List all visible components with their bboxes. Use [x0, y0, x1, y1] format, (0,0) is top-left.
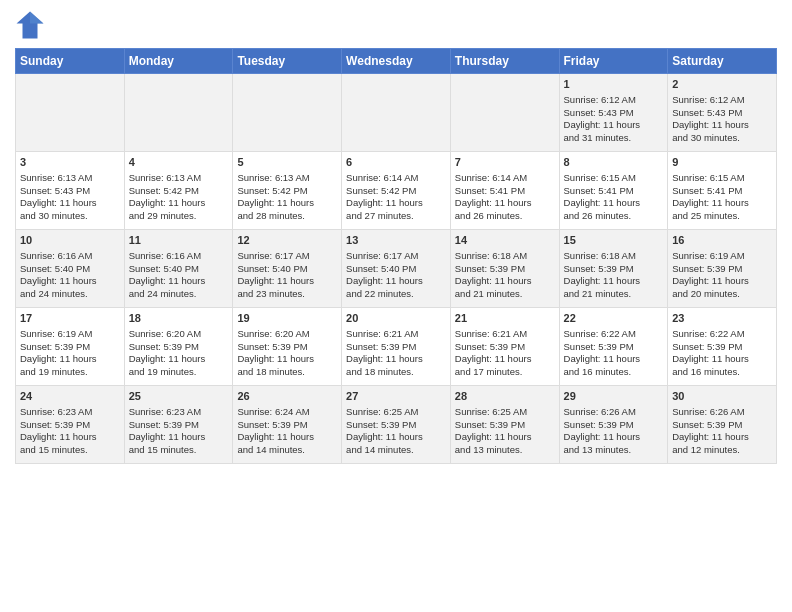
sun-info: Sunset: 5:41 PM	[564, 185, 634, 196]
calendar-cell: 15Sunrise: 6:18 AMSunset: 5:39 PMDayligh…	[559, 230, 668, 308]
daylight-minutes-label: and 17 minutes.	[455, 366, 523, 377]
daylight-hours-label: Daylight: 11 hours	[129, 275, 206, 286]
daylight-hours-label: Daylight: 11 hours	[455, 197, 532, 208]
calendar-cell	[450, 74, 559, 152]
calendar-cell: 18Sunrise: 6:20 AMSunset: 5:39 PMDayligh…	[124, 308, 233, 386]
daylight-hours-label: Daylight: 11 hours	[237, 431, 314, 442]
sun-info: Sunrise: 6:13 AM	[20, 172, 92, 183]
day-number: 25	[129, 389, 229, 404]
calendar-cell: 22Sunrise: 6:22 AMSunset: 5:39 PMDayligh…	[559, 308, 668, 386]
daylight-hours-label: Daylight: 11 hours	[237, 275, 314, 286]
sun-info: Sunrise: 6:26 AM	[564, 406, 636, 417]
sun-info: Sunrise: 6:16 AM	[20, 250, 92, 261]
day-number: 17	[20, 311, 120, 326]
svg-marker-1	[30, 12, 44, 24]
sun-info: Sunrise: 6:14 AM	[455, 172, 527, 183]
day-number: 30	[672, 389, 772, 404]
day-number: 16	[672, 233, 772, 248]
daylight-minutes-label: and 26 minutes.	[564, 210, 632, 221]
daylight-hours-label: Daylight: 11 hours	[564, 197, 641, 208]
sun-info: Sunset: 5:39 PM	[672, 263, 742, 274]
sun-info: Sunset: 5:40 PM	[237, 263, 307, 274]
calendar-cell: 23Sunrise: 6:22 AMSunset: 5:39 PMDayligh…	[668, 308, 777, 386]
sun-info: Sunset: 5:43 PM	[672, 107, 742, 118]
calendar-cell: 20Sunrise: 6:21 AMSunset: 5:39 PMDayligh…	[342, 308, 451, 386]
week-row-4: 17Sunrise: 6:19 AMSunset: 5:39 PMDayligh…	[16, 308, 777, 386]
day-number: 2	[672, 77, 772, 92]
sun-info: Sunrise: 6:23 AM	[20, 406, 92, 417]
calendar-cell: 16Sunrise: 6:19 AMSunset: 5:39 PMDayligh…	[668, 230, 777, 308]
daylight-minutes-label: and 21 minutes.	[564, 288, 632, 299]
sun-info: Sunset: 5:39 PM	[455, 419, 525, 430]
sun-info: Sunrise: 6:17 AM	[237, 250, 309, 261]
header-cell-friday: Friday	[559, 49, 668, 74]
calendar-cell: 28Sunrise: 6:25 AMSunset: 5:39 PMDayligh…	[450, 386, 559, 464]
day-number: 11	[129, 233, 229, 248]
sun-info: Sunrise: 6:24 AM	[237, 406, 309, 417]
sun-info: Sunset: 5:39 PM	[564, 419, 634, 430]
sun-info: Sunset: 5:39 PM	[346, 341, 416, 352]
day-number: 6	[346, 155, 446, 170]
header-row: SundayMondayTuesdayWednesdayThursdayFrid…	[16, 49, 777, 74]
sun-info: Sunset: 5:39 PM	[20, 419, 90, 430]
sun-info: Sunrise: 6:13 AM	[237, 172, 309, 183]
sun-info: Sunrise: 6:22 AM	[672, 328, 744, 339]
daylight-minutes-label: and 30 minutes.	[20, 210, 88, 221]
calendar-cell	[233, 74, 342, 152]
daylight-hours-label: Daylight: 11 hours	[237, 353, 314, 364]
sun-info: Sunrise: 6:19 AM	[20, 328, 92, 339]
daylight-hours-label: Daylight: 11 hours	[20, 353, 97, 364]
header-cell-saturday: Saturday	[668, 49, 777, 74]
calendar-cell: 1Sunrise: 6:12 AMSunset: 5:43 PMDaylight…	[559, 74, 668, 152]
sun-info: Sunset: 5:39 PM	[129, 341, 199, 352]
daylight-minutes-label: and 13 minutes.	[564, 444, 632, 455]
sun-info: Sunrise: 6:12 AM	[672, 94, 744, 105]
daylight-minutes-label: and 15 minutes.	[20, 444, 88, 455]
daylight-minutes-label: and 14 minutes.	[346, 444, 414, 455]
calendar-cell: 5Sunrise: 6:13 AMSunset: 5:42 PMDaylight…	[233, 152, 342, 230]
week-row-3: 10Sunrise: 6:16 AMSunset: 5:40 PMDayligh…	[16, 230, 777, 308]
calendar-table: SundayMondayTuesdayWednesdayThursdayFrid…	[15, 48, 777, 464]
sun-info: Sunset: 5:39 PM	[672, 419, 742, 430]
day-number: 3	[20, 155, 120, 170]
calendar-cell	[342, 74, 451, 152]
sun-info: Sunset: 5:41 PM	[455, 185, 525, 196]
sun-info: Sunrise: 6:18 AM	[455, 250, 527, 261]
calendar-header: SundayMondayTuesdayWednesdayThursdayFrid…	[16, 49, 777, 74]
daylight-hours-label: Daylight: 11 hours	[129, 353, 206, 364]
sun-info: Sunset: 5:39 PM	[20, 341, 90, 352]
week-row-5: 24Sunrise: 6:23 AMSunset: 5:39 PMDayligh…	[16, 386, 777, 464]
day-number: 14	[455, 233, 555, 248]
day-number: 26	[237, 389, 337, 404]
daylight-hours-label: Daylight: 11 hours	[346, 197, 423, 208]
calendar-cell: 27Sunrise: 6:25 AMSunset: 5:39 PMDayligh…	[342, 386, 451, 464]
day-number: 18	[129, 311, 229, 326]
day-number: 19	[237, 311, 337, 326]
sun-info: Sunset: 5:39 PM	[237, 341, 307, 352]
daylight-minutes-label: and 19 minutes.	[20, 366, 88, 377]
calendar-cell: 29Sunrise: 6:26 AMSunset: 5:39 PMDayligh…	[559, 386, 668, 464]
header-cell-thursday: Thursday	[450, 49, 559, 74]
day-number: 15	[564, 233, 664, 248]
day-number: 8	[564, 155, 664, 170]
daylight-hours-label: Daylight: 11 hours	[564, 119, 641, 130]
daylight-hours-label: Daylight: 11 hours	[455, 353, 532, 364]
daylight-minutes-label: and 23 minutes.	[237, 288, 305, 299]
sun-info: Sunset: 5:42 PM	[346, 185, 416, 196]
sun-info: Sunset: 5:39 PM	[455, 341, 525, 352]
daylight-hours-label: Daylight: 11 hours	[672, 431, 749, 442]
daylight-hours-label: Daylight: 11 hours	[672, 275, 749, 286]
logo	[15, 10, 47, 40]
calendar-body: 1Sunrise: 6:12 AMSunset: 5:43 PMDaylight…	[16, 74, 777, 464]
day-number: 23	[672, 311, 772, 326]
sun-info: Sunrise: 6:14 AM	[346, 172, 418, 183]
daylight-minutes-label: and 29 minutes.	[129, 210, 197, 221]
day-number: 5	[237, 155, 337, 170]
daylight-hours-label: Daylight: 11 hours	[20, 275, 97, 286]
sun-info: Sunset: 5:39 PM	[346, 419, 416, 430]
daylight-minutes-label: and 30 minutes.	[672, 132, 740, 143]
sun-info: Sunrise: 6:21 AM	[346, 328, 418, 339]
calendar-cell: 2Sunrise: 6:12 AMSunset: 5:43 PMDaylight…	[668, 74, 777, 152]
sun-info: Sunset: 5:39 PM	[237, 419, 307, 430]
calendar-cell	[124, 74, 233, 152]
